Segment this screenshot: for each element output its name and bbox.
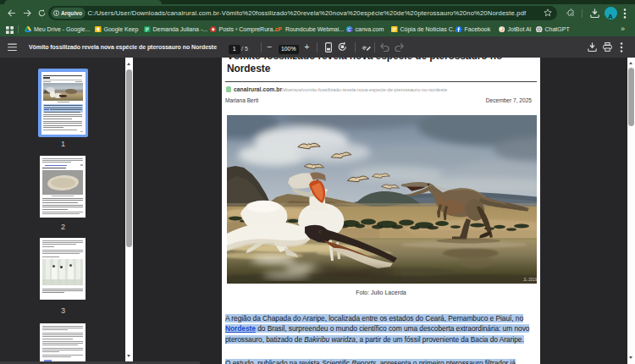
svg-text:C: C — [348, 26, 351, 31]
svg-text:JL·2019: JL·2019 — [523, 278, 537, 282]
svg-text:cP: cP — [275, 26, 283, 32]
